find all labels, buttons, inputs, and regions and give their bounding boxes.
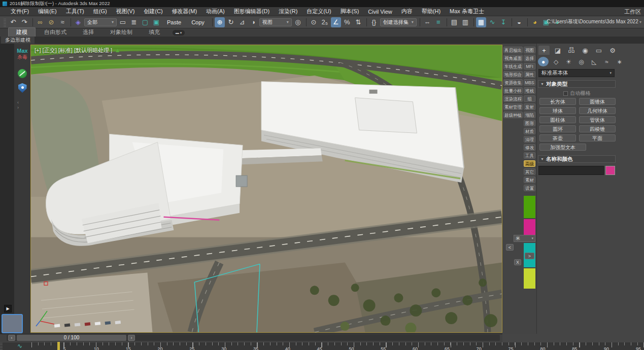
panel-prev-button[interactable]: < bbox=[506, 244, 514, 251]
plugin-view-decimate[interactable]: 视角减面 bbox=[503, 55, 523, 61]
tab-selection[interactable]: 选择 bbox=[75, 28, 101, 37]
schematic-view-icon[interactable]: ↧ bbox=[498, 17, 509, 27]
cat-shapes[interactable]: ◇ bbox=[551, 57, 561, 66]
antivirus-clean-icon[interactable] bbox=[18, 69, 27, 78]
toolbar-grip[interactable] bbox=[4, 18, 6, 27]
select-and-rotate-icon[interactable]: ↻ bbox=[226, 17, 236, 27]
menu-civil-view[interactable]: Civil View bbox=[363, 9, 396, 15]
window-crossing-icon[interactable]: ▣ bbox=[151, 17, 161, 27]
tool-attribute[interactable]: 属性 bbox=[524, 71, 535, 78]
tool-other[interactable]: 其它 bbox=[524, 168, 535, 175]
viewport-label[interactable]: [+] [正交] [标准] [默认明暗处理 ] bbox=[35, 47, 119, 54]
cat-helpers[interactable]: ◺ bbox=[589, 57, 599, 66]
tool-modify[interactable]: 修改 bbox=[524, 144, 535, 151]
workspace-selector[interactable]: 工作区 bbox=[624, 8, 641, 16]
menu-graph-editors[interactable]: 图形编辑器(D) bbox=[229, 8, 274, 15]
tool-emit[interactable]: 发射 bbox=[524, 103, 535, 110]
sidebar-nav-arrows[interactable]: ‹ › bbox=[14, 100, 30, 110]
tab-hierarchy[interactable]: 品 bbox=[566, 46, 577, 55]
tab-utilities[interactable]: ⚙ bbox=[607, 46, 618, 55]
rollout-name-color[interactable]: ▼ 名称和颜色 bbox=[538, 155, 616, 163]
plugin-restart-export[interactable]: 再启核出 bbox=[503, 47, 523, 53]
trackbar-grip[interactable] bbox=[0, 343, 3, 349]
rollout-object-type[interactable]: ▼ 对象类型 bbox=[538, 80, 616, 88]
selection-filter-icon[interactable]: ◈ bbox=[73, 17, 83, 27]
unlink-selection-icon[interactable]: ⊘ bbox=[46, 17, 56, 27]
menu-create[interactable]: 创建(C) bbox=[139, 8, 167, 15]
obj-pyramid[interactable]: 四棱锥 bbox=[579, 125, 616, 132]
swatch-yellow-green[interactable] bbox=[524, 268, 535, 289]
tool-clean[interactable]: 清理 bbox=[524, 136, 535, 143]
object-name-input[interactable] bbox=[538, 166, 604, 175]
tab-polygon-modeling[interactable]: 多边形建模 bbox=[1, 37, 35, 44]
ribbon-overflow-icon[interactable]: ▬ ▾ bbox=[173, 30, 185, 36]
redo-icon[interactable]: ↷ bbox=[19, 17, 29, 27]
plugin-super-plant[interactable]: 超级种植 bbox=[503, 112, 523, 118]
named-selection-sets-dropdown[interactable]: 创建选择集 bbox=[380, 18, 417, 26]
swatch-green[interactable] bbox=[524, 196, 535, 218]
selection-region-icon[interactable]: ▢ bbox=[140, 17, 150, 27]
tool-tools[interactable]: 工具 bbox=[524, 152, 535, 159]
minimized-panel-tile[interactable] bbox=[2, 314, 23, 333]
tab-create[interactable]: + bbox=[538, 46, 550, 55]
menu-edit[interactable]: 编辑(E) bbox=[33, 8, 61, 15]
ribbon-toggle-icon[interactable]: ▦ bbox=[476, 17, 486, 27]
plugin-batch-sample[interactable]: 批量小样 bbox=[503, 87, 523, 94]
select-and-manipulate-icon[interactable]: ⊙ bbox=[309, 17, 319, 27]
tab-modify[interactable]: ◪ bbox=[552, 46, 563, 55]
cat-geometry[interactable]: ● bbox=[538, 57, 549, 66]
layer-explorer-icon[interactable]: ▥ bbox=[460, 17, 470, 27]
cat-systems[interactable]: ∗ bbox=[614, 57, 625, 66]
current-frame-marker[interactable] bbox=[57, 342, 60, 350]
align-icon[interactable]: ≡ bbox=[433, 17, 444, 27]
undo-icon[interactable]: ↶ bbox=[8, 17, 18, 27]
selection-filter-dropdown[interactable]: 全部 bbox=[84, 18, 117, 26]
paste-button[interactable]: Paste bbox=[162, 17, 186, 27]
obj-box[interactable]: 长方体 bbox=[539, 98, 576, 105]
menu-help[interactable]: 帮助(H) bbox=[417, 8, 445, 15]
cat-space-warps[interactable]: ≈ bbox=[601, 57, 612, 66]
select-and-place-icon[interactable]: ◑ bbox=[248, 17, 258, 27]
panel-next-button[interactable]: > bbox=[525, 253, 534, 259]
menu-max-antivirus[interactable]: Max 杀毒卫士 bbox=[445, 8, 489, 15]
project-path-dropdown[interactable]: C:\Users\慕境\Documents\3ds Max 2022 bbox=[547, 18, 641, 25]
select-and-link-icon[interactable]: ∞ bbox=[35, 17, 45, 27]
plugin-resource-collect[interactable]: 资源收集 bbox=[503, 79, 523, 86]
angle-snap-icon[interactable]: ∠ bbox=[331, 17, 341, 27]
subcategory-dropdown[interactable]: 标准基本体▾ bbox=[538, 69, 615, 77]
edit-named-selections-icon[interactable]: {} bbox=[369, 17, 379, 27]
tool-select[interactable]: 选择 bbox=[524, 55, 535, 61]
scene-explorer-icon[interactable]: ▤ bbox=[449, 17, 459, 27]
copy-button[interactable]: Copy bbox=[187, 17, 209, 27]
cat-cameras[interactable]: ◎ bbox=[576, 57, 587, 66]
spinner-snap-icon[interactable]: ⇅ bbox=[353, 17, 363, 27]
plugin-asset-manage[interactable]: 素材管理 bbox=[503, 103, 523, 110]
obj-teapot[interactable]: 茶壶 bbox=[539, 134, 576, 142]
unit-dropdown[interactable]: 米▾ bbox=[514, 235, 535, 242]
obj-tube[interactable]: 管状体 bbox=[579, 116, 616, 123]
object-color-swatch[interactable] bbox=[605, 166, 615, 175]
snap-toggle-icon[interactable]: 2₅ bbox=[320, 17, 330, 27]
tab-freeform[interactable]: 自由形式 bbox=[37, 28, 74, 37]
menu-group[interactable]: 组(G) bbox=[89, 8, 112, 15]
plugin-render-pipeline[interactable]: 渲染流程 bbox=[503, 95, 523, 102]
reference-coordinate-dropdown[interactable]: 视图 bbox=[259, 18, 292, 26]
obj-text-plus[interactable]: 加强型文本 bbox=[539, 144, 586, 151]
obj-cylinder[interactable]: 圆柱体 bbox=[539, 116, 576, 123]
obj-plane[interactable]: 平面 bbox=[579, 134, 616, 142]
tool-material[interactable]: 材质 bbox=[524, 128, 535, 134]
material-editor-icon[interactable]: ◒ bbox=[514, 17, 524, 27]
tool-group[interactable]: 组 bbox=[524, 95, 535, 102]
menu-modifiers[interactable]: 修改器(M) bbox=[167, 8, 202, 15]
perspective-viewport[interactable] bbox=[30, 45, 502, 333]
tab-display[interactable]: ▭ bbox=[593, 46, 604, 55]
obj-geosphere[interactable]: 几何球体 bbox=[579, 107, 616, 114]
render-setup-icon[interactable]: ◕ bbox=[530, 17, 540, 27]
tab-populate[interactable]: 填充 bbox=[141, 28, 167, 37]
tool-stack[interactable]: 堆栈 bbox=[524, 87, 535, 94]
antivirus-shield-icon[interactable] bbox=[18, 83, 27, 93]
previous-frame-button[interactable]: ‹ bbox=[8, 335, 15, 341]
next-frame-button[interactable]: › bbox=[128, 335, 135, 341]
select-object-icon[interactable]: ▭ bbox=[118, 17, 128, 27]
mirror-icon[interactable]: ⇔ bbox=[422, 17, 432, 27]
